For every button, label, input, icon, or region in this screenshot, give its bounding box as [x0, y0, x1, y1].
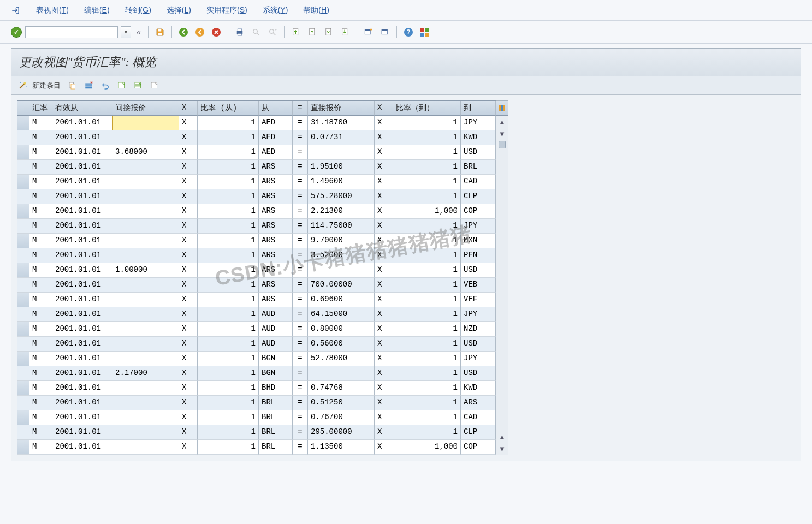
cell-equals[interactable]: = — [293, 425, 308, 440]
new-entry-button[interactable]: 新建条目 — [32, 81, 61, 91]
menu-s[interactable]: 实用程序(S) — [206, 5, 247, 15]
cell-equals[interactable]: = — [293, 116, 308, 130]
cell-ratio-from[interactable]: 1 — [198, 366, 259, 381]
layout-icon[interactable] — [418, 26, 431, 39]
cell-from-currency[interactable]: BGN — [259, 352, 293, 366]
cell-from-currency[interactable]: AUD — [259, 307, 293, 322]
cell-ratio-to[interactable]: 1 — [393, 396, 461, 410]
row-selector[interactable] — [17, 293, 29, 307]
cell-to-currency[interactable]: KWD — [461, 381, 496, 396]
cell-from-currency[interactable]: AUD — [259, 337, 293, 352]
menu-h[interactable]: 帮助(H) — [303, 5, 329, 15]
cell-rate-type[interactable]: M — [29, 160, 52, 175]
cell-equals[interactable]: = — [293, 130, 308, 145]
cell-ratio-from[interactable]: 1 — [198, 307, 259, 322]
cell-valid-from[interactable]: 2001.01.01 — [52, 189, 112, 204]
shortcut-icon[interactable] — [378, 26, 392, 39]
cell-to-currency[interactable]: JPY — [461, 307, 496, 322]
table-row[interactable]: M2001.01.01X1ARS=575.28000X1CLP — [17, 189, 496, 204]
cell-valid-from[interactable]: 2001.01.01 — [52, 352, 112, 366]
cell-to-currency[interactable]: BRL — [461, 160, 496, 175]
table-row[interactable]: M2001.01.013.68000X1AED=X1USD — [17, 145, 496, 160]
copy-icon[interactable] — [66, 79, 79, 92]
cell-equals[interactable]: = — [293, 175, 308, 189]
cell-x1[interactable]: X — [179, 396, 198, 410]
cancel-icon[interactable] — [210, 26, 223, 39]
col-x1[interactable]: X — [179, 101, 198, 116]
cell-x1[interactable]: X — [179, 145, 198, 160]
cell-equals[interactable]: = — [293, 145, 308, 160]
cell-from-currency[interactable]: ARS — [259, 219, 293, 234]
cell-indirect-quote[interactable]: 2.17000 — [112, 366, 179, 381]
cell-equals[interactable]: = — [293, 189, 308, 204]
cell-from-currency[interactable]: ARS — [259, 160, 293, 175]
col-to-currency[interactable]: 到 — [461, 101, 496, 116]
cell-equals[interactable]: = — [293, 219, 308, 234]
cell-x2[interactable]: X — [375, 366, 393, 381]
cell-ratio-to[interactable]: 1 — [393, 366, 461, 381]
col-rate-type[interactable]: 汇率 — [29, 101, 52, 116]
exit-session-icon[interactable] — [11, 5, 21, 15]
menu-y[interactable]: 系统(Y) — [263, 5, 288, 15]
cell-ratio-from[interactable]: 1 — [198, 219, 259, 234]
undo-icon[interactable] — [99, 79, 112, 92]
cell-ratio-to[interactable]: 1 — [393, 160, 461, 175]
table-row[interactable]: M2001.01.01X1AED=31.18700X1JPY — [17, 116, 496, 130]
menu-g[interactable]: 转到(G) — [125, 5, 151, 15]
cell-from-currency[interactable]: BRL — [259, 396, 293, 410]
cell-from-currency[interactable]: ARS — [259, 234, 293, 248]
cell-to-currency[interactable]: CAD — [461, 175, 496, 189]
cell-rate-type[interactable]: M — [29, 130, 52, 145]
delete-icon[interactable] — [82, 79, 96, 92]
back-icon[interactable] — [177, 26, 190, 39]
cell-ratio-from[interactable]: 1 — [198, 116, 259, 130]
cell-equals[interactable]: = — [293, 248, 308, 263]
row-selector[interactable] — [17, 116, 29, 130]
cell-from-currency[interactable]: ARS — [259, 248, 293, 263]
col-ratio-from[interactable]: 比率 (从) — [198, 101, 259, 116]
cell-rate-type[interactable]: M — [29, 410, 52, 425]
cell-ratio-to[interactable]: 1 — [393, 381, 461, 396]
cell-x1[interactable]: X — [179, 175, 198, 189]
table-row[interactable]: M2001.01.012.17000X1BGN=X1USD — [17, 366, 496, 381]
cell-rate-type[interactable]: M — [29, 381, 52, 396]
cell-from-currency[interactable]: ARS — [259, 175, 293, 189]
cell-x2[interactable]: X — [375, 263, 393, 278]
cell-rate-type[interactable]: M — [29, 189, 52, 204]
cell-from-currency[interactable]: BGN — [259, 366, 293, 381]
row-selector[interactable] — [17, 322, 29, 337]
cell-x2[interactable]: X — [375, 337, 393, 352]
cell-equals[interactable]: = — [293, 234, 308, 248]
row-selector[interactable] — [17, 234, 29, 248]
cell-to-currency[interactable]: USD — [461, 366, 496, 381]
cell-valid-from[interactable]: 2001.01.01 — [52, 425, 112, 440]
col-x2[interactable]: X — [375, 101, 393, 116]
cell-ratio-from[interactable]: 1 — [198, 293, 259, 307]
scroll-down2-icon[interactable]: ▼ — [496, 443, 508, 455]
cell-equals[interactable]: = — [293, 293, 308, 307]
cell-direct-quote[interactable]: 295.00000 — [308, 425, 375, 440]
cell-ratio-to[interactable]: 1 — [393, 322, 461, 337]
table-row[interactable]: M2001.01.01X1ARS=700.00000X1VEB — [17, 278, 496, 293]
cell-direct-quote[interactable]: 52.78000 — [308, 352, 375, 366]
cell-to-currency[interactable]: USD — [461, 263, 496, 278]
cell-ratio-to[interactable]: 1 — [393, 175, 461, 189]
table-row[interactable]: M2001.01.01X1BRL=0.76700X1CAD — [17, 410, 496, 425]
table-row[interactable]: M2001.01.01X1AED=0.07731X1KWD — [17, 130, 496, 145]
menu-t[interactable]: 表视图(T) — [36, 5, 69, 15]
col-valid-from[interactable]: 有效从 — [52, 101, 112, 116]
cell-x1[interactable]: X — [179, 116, 198, 130]
row-selector[interactable] — [17, 130, 29, 145]
cell-x2[interactable]: X — [375, 175, 393, 189]
cell-x2[interactable]: X — [375, 425, 393, 440]
cell-ratio-from[interactable]: 1 — [198, 175, 259, 189]
row-selector[interactable] — [17, 204, 29, 219]
cell-ratio-from[interactable]: 1 — [198, 145, 259, 160]
cell-valid-from[interactable]: 2001.01.01 — [52, 440, 112, 455]
cell-rate-type[interactable]: M — [29, 116, 52, 130]
table-row[interactable]: M2001.01.01X1BHD=0.74768X1KWD — [17, 381, 496, 396]
cell-direct-quote[interactable]: 0.69600 — [308, 293, 375, 307]
cell-ratio-from[interactable]: 1 — [198, 189, 259, 204]
cell-ratio-from[interactable]: 1 — [198, 425, 259, 440]
table-row[interactable]: M2001.01.01X1ARS=1.49600X1CAD — [17, 175, 496, 189]
